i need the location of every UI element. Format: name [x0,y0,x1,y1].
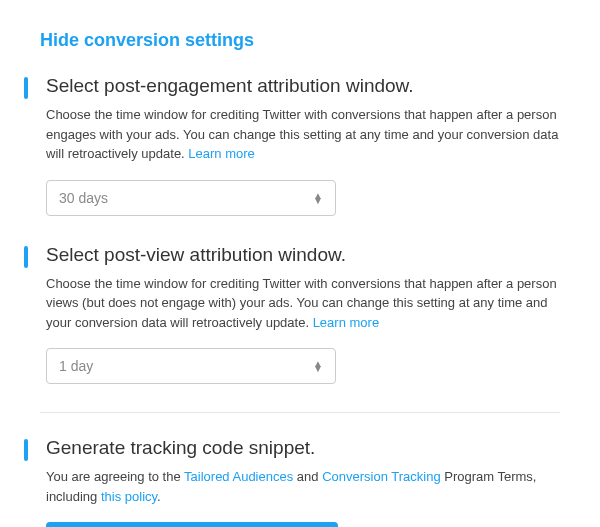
terms-text-1: You are agreeing to the [46,469,184,484]
post-view-learn-more-link[interactable]: Learn more [313,315,379,330]
post-engagement-desc-text: Choose the time window for crediting Twi… [46,107,558,161]
post-engagement-description: Choose the time window for crediting Twi… [46,105,560,164]
generate-snippet-terms: You are agreeing to the Tailored Audienc… [46,467,560,506]
post-view-section: Select post-view attribution window. Cho… [40,244,560,385]
generate-snippet-section: Generate tracking code snippet. You are … [40,437,560,527]
post-view-title: Select post-view attribution window. [46,244,560,266]
post-view-window-select[interactable]: 1 day ▲▼ [46,348,336,384]
save-and-generate-button[interactable]: Save tag and generate code snippet [46,522,338,527]
post-engagement-learn-more-link[interactable]: Learn more [188,146,254,161]
post-engagement-section: Select post-engagement attribution windo… [40,75,560,216]
generate-snippet-title: Generate tracking code snippet. [46,437,560,459]
post-engagement-title: Select post-engagement attribution windo… [46,75,560,97]
select-arrows-icon: ▲▼ [313,193,323,203]
terms-text-4: . [157,489,161,504]
terms-text-2: and [293,469,322,484]
this-policy-link[interactable]: this policy [101,489,157,504]
tailored-audiences-link[interactable]: Tailored Audiences [184,469,293,484]
post-engagement-window-value: 30 days [59,190,313,206]
post-engagement-window-select[interactable]: 30 days ▲▼ [46,180,336,216]
conversion-tracking-link[interactable]: Conversion Tracking [322,469,441,484]
divider [40,412,560,413]
hide-conversion-settings-toggle[interactable]: Hide conversion settings [40,30,560,51]
post-view-description: Choose the time window for crediting Twi… [46,274,560,333]
post-view-desc-text: Choose the time window for crediting Twi… [46,276,557,330]
post-view-window-value: 1 day [59,358,313,374]
select-arrows-icon: ▲▼ [313,361,323,371]
